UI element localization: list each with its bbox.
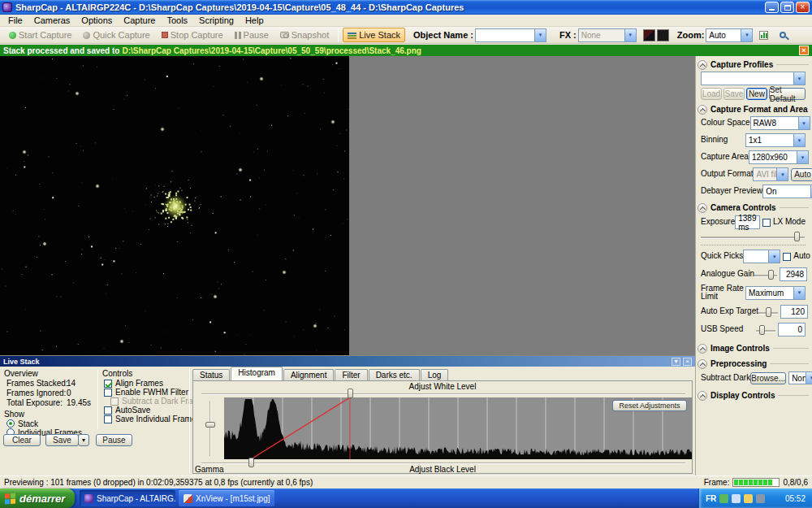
gamma-thumb[interactable] [205,422,215,428]
live-stack-button[interactable]: Live Stack [343,28,405,42]
gamma-slider[interactable] [209,401,211,456]
capture-profile-combo[interactable]: ▼ [701,72,806,85]
auto-exp-slider-thumb[interactable] [766,307,771,317]
menu-capture[interactable]: Capture [118,15,161,25]
tab-log[interactable]: Log [421,369,449,380]
histogram-tool-button[interactable] [754,28,773,42]
menu-tools[interactable]: Tools [161,15,193,25]
show-stack-radio[interactable] [6,419,15,428]
debayer-preview-select[interactable]: On▼ [762,185,812,198]
menu-cameras[interactable]: Cameras [28,15,76,25]
gain-slider[interactable] [754,270,777,280]
tray-icon[interactable] [744,494,753,503]
output-format-auto-button[interactable]: Auto [791,168,812,181]
task-xnview[interactable]: XnView - [m15st.jpg] [179,490,274,506]
gain-input[interactable]: 2948 [780,267,807,281]
section-camera-controls[interactable]: Camera Controls [698,202,809,214]
menu-help[interactable]: Help [240,15,270,25]
binning-value: 1x1 [746,136,793,145]
section-capture-format[interactable]: Capture Format and Area [698,103,809,115]
chevron-down-icon: ▼ [534,29,546,41]
minimize-button[interactable] [765,2,779,13]
tray-icon[interactable] [719,494,728,503]
gain-slider-thumb[interactable] [768,270,774,280]
section-display-controls[interactable]: Display Controls [698,389,809,402]
section-capture-profiles[interactable]: Capture Profiles [698,59,809,71]
align-frames-checkbox[interactable]: Align Frames [104,379,163,388]
section-image-controls[interactable]: Image Controls [698,342,809,354]
usb-speed-slider[interactable] [756,325,775,335]
save-individual-checkbox[interactable]: Save Individual Frames [104,415,201,423]
menu-options[interactable]: Options [76,15,118,25]
tray-icon[interactable] [732,494,741,503]
auto-exposure-checkbox[interactable] [783,253,791,261]
pin-icon[interactable]: ▾ [672,358,680,366]
tab-histogram[interactable]: Histogram [231,367,283,380]
checkbox-icon [104,406,112,415]
load-profile-button[interactable]: Load [701,88,722,100]
save-button[interactable]: Save [45,434,79,446]
zoom-tool-button[interactable] [775,29,791,41]
frame-rate-select[interactable]: Maximum▼ [745,286,806,300]
snapshot-button[interactable]: Snapshot [275,28,334,42]
save-dropdown-button[interactable]: ▼ [78,434,89,446]
output-format-select[interactable]: AVI files...▼ [753,167,788,181]
zoom-combo[interactable]: Auto ▼ [706,28,753,42]
colour-space-select[interactable]: RAW8▼ [750,116,810,130]
exposure-slider-thumb[interactable] [794,232,800,241]
stop-capture-button[interactable]: Stop Capture [157,28,228,42]
tab-status[interactable]: Status [192,369,230,380]
black-level-slider[interactable] [201,462,685,464]
tab-filter[interactable]: Filter [335,369,367,380]
show-stack-label: Stack [18,419,38,428]
notification-bar: Stack processed and saved to D:\SharpCap… [0,45,812,56]
capture-area-select[interactable]: 1280x960▼ [749,150,809,164]
colour-swatch-button[interactable] [643,29,655,41]
column-divider [189,367,190,473]
enable-fwhm-checkbox[interactable]: Enable FWHM Filter [104,388,188,397]
usb-speed-slider-thumb[interactable] [759,325,765,335]
section-preprocessing[interactable]: Preprocessing [698,358,809,370]
pause-stack-button[interactable]: Pause [96,434,132,446]
browse-dark-button[interactable]: Browse... [750,372,786,384]
display-swatch-button[interactable] [657,29,669,41]
menu-file[interactable]: File [2,15,28,25]
auto-exp-input[interactable]: 120 [780,305,808,319]
autosave-checkbox[interactable]: AutoSave [104,406,150,415]
menu-scripting[interactable]: Scripting [193,15,240,25]
exposure-input[interactable]: 1389 ms [735,215,760,229]
white-level-slider[interactable] [201,393,685,395]
quick-picks-select[interactable]: ▼ [743,250,780,263]
set-default-button[interactable]: Set Default [769,88,806,100]
binning-select[interactable]: 1x1▼ [745,133,806,147]
black-level-thumb[interactable] [248,458,254,467]
lx-mode-checkbox[interactable] [762,219,771,227]
tab-darks[interactable]: Darks etc. [369,369,420,380]
tray-icon[interactable] [756,494,765,503]
total-exposure-label: Total Exposure: [6,398,63,407]
snapshot-label: Snapshot [292,30,329,40]
dark-frame-select[interactable]: None▼ [788,371,812,384]
usb-speed-input[interactable]: 0 [778,323,806,336]
save-profile-button[interactable]: Save [723,88,745,100]
clear-button[interactable]: Clear [3,434,41,446]
quick-capture-button[interactable]: Quick Capture [78,28,154,42]
tab-alignment[interactable]: Alignment [283,369,334,380]
maximize-button[interactable] [780,2,794,13]
task-sharpcap[interactable]: SharpCap - ALTAIRG... [80,490,175,506]
start-button[interactable]: démarrer [0,488,75,508]
start-capture-button[interactable]: Start Capture [4,28,76,42]
close-button[interactable]: × [796,2,810,13]
language-indicator[interactable]: FR [706,494,716,503]
notification-close-button[interactable]: × [799,46,809,55]
object-name-combo[interactable]: ▼ [475,28,546,42]
close-panel-button[interactable]: × [683,358,692,366]
live-stack-icon [348,32,356,39]
reset-adjustments-button[interactable]: Reset Adjustments [612,400,687,411]
fx-combo[interactable]: None ▼ [578,28,637,42]
new-profile-button[interactable]: New [746,88,767,100]
pause-button[interactable]: Pause [230,28,274,42]
exposure-slider[interactable] [701,232,805,241]
white-level-thumb[interactable] [348,389,353,398]
auto-exp-slider[interactable] [758,307,778,317]
